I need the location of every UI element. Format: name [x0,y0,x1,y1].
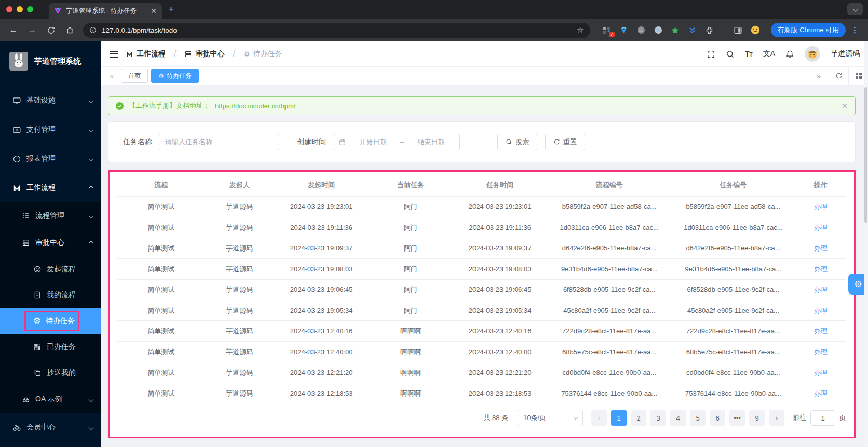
cell-process_no: 45c80a2f-e905-11ee-9c2f-ca... [547,306,671,314]
url-bar[interactable]: 127.0.0.1/bpm/task/todo ☆ [83,23,590,38]
breadcrumb-workflow[interactable]: 工作流程 [126,49,166,59]
sidebar-item-approval-center[interactable]: 审批中心 [0,229,101,256]
chevron-down-icon [852,7,858,12]
page-button[interactable]: 2 [631,410,646,426]
new-tab-button[interactable]: + [168,4,174,15]
reload-button[interactable] [44,26,58,35]
sidebar-item-todo-task[interactable]: ⚙ 待办任务 [0,308,101,334]
page-scrollbar[interactable] [864,41,868,447]
extensions-puzzle-icon[interactable] [704,25,715,35]
handle-link[interactable]: 办理 [814,265,828,273]
pinia-extension-icon[interactable] [670,25,681,35]
sidebar-item-oa-example[interactable]: OA 示例 [0,386,101,413]
breadcrumb-approval-center[interactable]: 审批中心 [184,49,224,59]
window-close-button[interactable] [6,6,12,12]
table-row: 简单测试芋道源码2024-03-23 12:21:20啊啊啊2024-03-23… [117,362,846,383]
scrollbar-thumb[interactable] [864,87,867,223]
sidebar-item-cc-me[interactable]: 抄送我的 [0,360,101,386]
font-size-icon[interactable]: TT [745,50,753,58]
more-pages-button[interactable]: ••• [729,410,745,426]
sidebar-item-initiate-process[interactable]: 发起流程 [0,256,101,282]
sidebar-item-payment[interactable]: 支付管理 [0,115,101,144]
tab-close-icon[interactable]: ✕ [151,7,157,15]
sidebar-item-member-center[interactable]: 会员中心 [0,413,101,442]
tab-list-button[interactable] [847,3,863,15]
breadcrumb-separator: / [174,49,176,59]
sidebar-item-my-process[interactable]: 我的流程 [0,282,101,308]
handle-link[interactable]: 办理 [814,203,828,211]
handle-link[interactable]: 办理 [814,369,828,376]
forward-button[interactable]: → [25,25,39,35]
side-panel-icon[interactable] [733,25,743,35]
handle-link[interactable]: 办理 [814,286,828,294]
hamburger-menu-icon[interactable] [110,51,118,58]
chrome-update-button[interactable]: 有新版 Chrome 可用 [771,23,846,37]
bell-icon[interactable] [785,50,794,59]
fullscreen-icon[interactable] [707,50,715,59]
page-size-select[interactable]: 10条/页 [517,410,583,426]
handle-link[interactable]: 办理 [814,348,828,356]
gray-sphere-extension-icon[interactable] [636,25,646,35]
search-icon[interactable] [726,50,735,59]
cell-start_time: 2024-03-23 19:05:34 [274,306,369,314]
double-chevron-extension-icon[interactable] [687,25,698,35]
goto-page-input[interactable] [810,410,835,426]
prev-page-button[interactable]: ‹ [591,410,607,426]
tabs-scroll-left-icon[interactable]: « [105,72,118,80]
sidebar-item-infrastructure[interactable]: 基础设施 [0,86,101,115]
cell-task_time: 2024-03-23 19:11:36 [453,224,548,231]
breadcrumb-label: 审批中心 [195,49,224,59]
refresh-page-icon[interactable] [829,67,848,85]
browser-menu-icon[interactable]: ⋮ [850,25,862,35]
page-button[interactable]: 6 [710,410,725,426]
tab-todo-task[interactable]: ⚙ 待办任务 [151,69,199,83]
app-logo[interactable]: 芋道管理系统 [0,49,101,74]
page-button[interactable]: 3 [650,410,666,426]
window-zoom-button[interactable] [27,6,33,12]
sidebar-item-done-task[interactable]: 已办任务 [0,334,101,360]
page-button[interactable]: 9 [749,410,765,426]
user-avatar[interactable] [805,46,820,62]
rabbit-logo-icon [9,52,28,71]
handle-link[interactable]: 办理 [814,327,828,335]
handle-link[interactable]: 办理 [814,389,828,397]
next-page-button[interactable]: › [769,410,784,426]
start-date-placeholder: 开始日期 [350,137,396,147]
page-button[interactable]: 4 [670,410,686,426]
sidebar-item-process-management[interactable]: 流程管理 [0,202,101,229]
ring-extension-icon[interactable] [653,25,663,35]
page-button[interactable]: 1 [611,410,627,426]
reset-button[interactable]: 重置 [545,134,585,150]
chevron-up-icon [89,240,94,245]
close-icon[interactable]: ✕ [842,102,848,110]
sidebar-item-workflow[interactable]: 工作流程 [0,173,101,202]
locale-icon[interactable]: 文A [763,49,775,59]
alert-text: 【工作流手册】文档地址： [129,101,210,110]
handle-link[interactable]: 办理 [814,306,828,314]
cell-task_no: 75376144-e8cc-11ee-90b0-aa... [671,389,795,397]
search-button[interactable]: 搜索 [497,134,537,150]
date-range-picker[interactable]: 开始日期 – 结束日期 [333,134,460,150]
cell-task_no: 45c80a2f-e905-11ee-9c2f-ca... [671,306,795,314]
window-minimize-button[interactable] [17,6,23,12]
browser-tab[interactable]: 芋道管理系统 - 待办任务 ✕ [49,3,162,19]
cell-current_task: 阿门 [369,306,452,315]
proxy-extension-icon[interactable]: 7 [602,25,612,35]
home-button[interactable] [62,26,77,35]
handle-link[interactable]: 办理 [814,244,828,252]
profile-emoji-icon[interactable] [750,25,761,35]
vue-devtools-extension-icon[interactable] [619,25,629,35]
site-info-icon[interactable] [89,26,97,34]
task-name-input[interactable] [159,134,279,150]
back-button[interactable]: ← [6,25,21,35]
sidebar-item-report[interactable]: 报表管理 [0,144,101,173]
page-button[interactable]: 5 [690,410,706,426]
bookmark-star-icon[interactable]: ☆ [577,25,584,35]
handle-link[interactable]: 办理 [814,224,828,231]
cell-current_task: 阿门 [369,264,452,274]
table-row: 简单测试芋道源码2024-03-23 12:18:53啊啊啊2024-03-23… [117,383,846,403]
cell-process_no: 722d9c28-e8cf-11ee-817e-aa... [547,327,671,335]
tabs-scroll-right-icon[interactable]: » [809,67,829,85]
tab-home[interactable]: 首页 [121,69,148,83]
alert-doc-link[interactable]: https://doc.iocoder.cn/bpm/ [215,102,295,110]
